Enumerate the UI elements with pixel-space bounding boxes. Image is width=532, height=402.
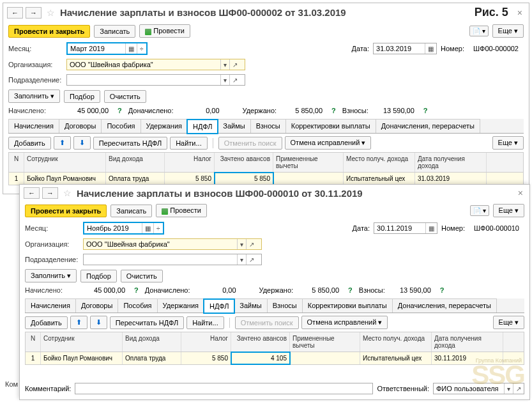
help-icon[interactable]: ? — [421, 107, 430, 114]
post-and-close-button[interactable]: Провести и закрыть — [25, 205, 107, 217]
help-icon[interactable]: ? — [437, 286, 447, 294]
dept-input[interactable] — [84, 254, 237, 265]
save-button[interactable]: Записать — [110, 205, 152, 217]
month-stepper-icon[interactable]: ÷ — [137, 43, 146, 54]
move-up-button[interactable]: ⬆ — [70, 316, 87, 329]
org-dropdown-icon[interactable]: ▾ — [237, 239, 246, 249]
org-input[interactable] — [67, 59, 220, 70]
org-open-icon[interactable]: ↗ — [229, 59, 240, 70]
cancel-fix-button[interactable]: Отмена исправлений ▾ — [285, 136, 372, 150]
find-button[interactable]: Найти... — [186, 316, 224, 329]
dept-input[interactable] — [67, 75, 220, 85]
col-income-date[interactable]: Дата получения дохода — [415, 153, 487, 172]
col-employee[interactable]: Сотрудник — [24, 153, 106, 172]
save-button[interactable]: Записать — [94, 25, 135, 38]
tab-contracts[interactable]: Договоры — [75, 298, 118, 313]
col-deductions[interactable]: Примененные вычеты — [273, 153, 344, 172]
nav-forward-button[interactable]: → — [26, 7, 42, 19]
tab-recalc[interactable]: Доначисления, перерасчеты — [392, 298, 497, 313]
post-button[interactable]: Провести — [156, 204, 207, 217]
month-input[interactable] — [84, 223, 142, 233]
col-tax[interactable]: Налог — [165, 153, 215, 172]
comment-input[interactable] — [75, 383, 372, 394]
tab-accruals[interactable]: Начисления — [25, 298, 76, 313]
move-down-button[interactable]: ⬇ — [90, 316, 107, 329]
col-income-place[interactable]: Место получ. дохода — [360, 332, 432, 352]
add-button[interactable]: Добавить — [25, 316, 68, 329]
tab-recalc[interactable]: Доначисления, перерасчеты — [376, 119, 480, 133]
month-input[interactable] — [68, 43, 125, 54]
tab-benefits[interactable]: Пособия — [101, 119, 141, 133]
more-button[interactable]: Еще ▾ — [493, 204, 524, 217]
pick-button[interactable]: Подбор — [64, 90, 100, 103]
fill-button[interactable]: Заполнить ▾ — [25, 269, 77, 282]
clear-button[interactable]: Очистить — [121, 270, 163, 282]
dept-dropdown-icon[interactable]: ▾ — [237, 254, 246, 265]
more-button[interactable]: Еще ▾ — [493, 316, 524, 329]
more-button[interactable]: Еще ▾ — [492, 24, 524, 38]
dept-dropdown-icon[interactable]: ▾ — [220, 75, 229, 85]
tab-corrections[interactable]: Корректировки выплаты — [285, 119, 376, 133]
col-income-type[interactable]: Вид дохода — [106, 153, 165, 172]
help-icon[interactable]: ? — [115, 107, 125, 114]
cancel-fix-button[interactable]: Отмена исправлений ▾ — [301, 316, 388, 329]
add-button[interactable]: Добавить — [8, 137, 51, 150]
col-advance-credited[interactable]: Зачтено авансов — [215, 153, 273, 172]
tab-accruals[interactable]: Начисления — [8, 119, 59, 133]
org-open-icon[interactable]: ↗ — [246, 239, 257, 249]
col-tax[interactable]: Налог — [181, 332, 231, 352]
col-employee[interactable]: Сотрудник — [41, 332, 123, 352]
close-icon[interactable]: × — [515, 188, 526, 198]
org-input[interactable] — [84, 239, 237, 249]
tab-deductions[interactable]: Удержания — [157, 298, 204, 313]
col-income-type[interactable]: Вид дохода — [123, 332, 181, 352]
post-and-close-button[interactable]: Провести и закрыть — [8, 25, 90, 38]
cancel-find-button[interactable]: Отменить поиск — [235, 316, 299, 329]
responsible-dropdown-icon[interactable]: ▾ — [504, 383, 513, 394]
nav-back-button[interactable]: ← — [24, 187, 40, 199]
fill-button[interactable]: Заполнить ▾ — [8, 89, 60, 103]
tab-ndfl[interactable]: НДФЛ — [204, 299, 234, 313]
month-picker-icon[interactable]: ▦ — [125, 43, 137, 54]
recalc-ndfl-button[interactable]: Пересчитать НДФЛ — [110, 316, 185, 329]
month-picker-icon[interactable]: ▦ — [142, 223, 153, 233]
tab-contributions[interactable]: Взносы — [267, 298, 303, 313]
tab-corrections[interactable]: Корректировки выплаты — [302, 298, 393, 313]
tab-loans[interactable]: Займы — [234, 298, 267, 313]
recalc-ndfl-button[interactable]: Пересчитать НДФЛ — [93, 137, 168, 150]
tab-ndfl[interactable]: НДФЛ — [187, 120, 218, 134]
reports-dropdown[interactable]: 📄 ▾ — [469, 26, 489, 36]
col-advance-credited[interactable]: Зачтено авансов — [231, 332, 290, 352]
col-income-date[interactable]: Дата получения дохода — [432, 332, 503, 352]
tab-deductions[interactable]: Удержания — [141, 119, 188, 133]
date-input[interactable] — [374, 223, 425, 233]
table-row[interactable]: 1 Бойко Паул Романович Оплата труда 5 85… — [26, 352, 524, 364]
dept-open-icon[interactable]: ↗ — [229, 75, 240, 85]
close-icon[interactable]: × — [515, 8, 525, 18]
more-button[interactable]: Еще ▾ — [492, 136, 524, 150]
date-input[interactable] — [374, 43, 425, 54]
help-icon[interactable]: ? — [329, 107, 338, 114]
date-picker-icon[interactable]: ▦ — [425, 223, 437, 233]
pick-button[interactable]: Подбор — [80, 270, 117, 282]
dept-open-icon[interactable]: ↗ — [246, 254, 257, 265]
col-deductions[interactable]: Примененные вычеты — [290, 332, 360, 352]
post-button[interactable]: Провести — [139, 24, 190, 37]
tab-contributions[interactable]: Взносы — [250, 119, 286, 133]
tab-benefits[interactable]: Пособия — [118, 298, 157, 313]
cancel-find-button[interactable]: Отменить поиск — [218, 137, 282, 150]
responsible-input[interactable] — [434, 383, 504, 394]
favorite-star-icon[interactable]: ☆ — [47, 8, 55, 18]
org-dropdown-icon[interactable]: ▾ — [220, 59, 229, 70]
find-button[interactable]: Найти... — [170, 137, 208, 150]
responsible-open-icon[interactable]: ↗ — [513, 383, 524, 394]
clear-button[interactable]: Очистить — [104, 90, 146, 103]
table-row[interactable]: 1 Бойко Паул Романович Оплата труда 5 85… — [9, 173, 523, 185]
col-income-place[interactable]: Место получ. дохода — [344, 153, 415, 172]
col-n[interactable]: N — [26, 332, 41, 352]
help-icon[interactable]: ? — [132, 286, 141, 294]
move-down-button[interactable]: ⬇ — [73, 136, 91, 150]
reports-dropdown[interactable]: 📄 ▾ — [470, 205, 489, 216]
col-n[interactable]: N — [9, 153, 24, 172]
nav-back-button[interactable]: ← — [7, 7, 23, 19]
